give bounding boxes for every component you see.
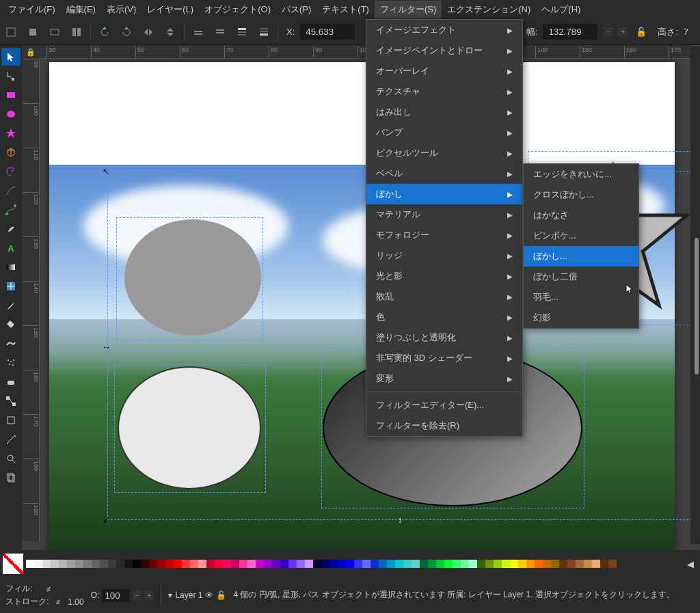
color-swatch[interactable]: [256, 560, 264, 568]
vertical-scrollbar[interactable]: [690, 46, 700, 544]
layer-indicator[interactable]: ▾ Layer 1 👁 🔓: [168, 590, 226, 600]
color-swatch[interactable]: [444, 560, 453, 568]
color-swatch[interactable]: [502, 560, 510, 568]
dropper-tool[interactable]: [1, 297, 21, 314]
color-swatch[interactable]: [420, 560, 428, 568]
color-swatch[interactable]: [231, 560, 239, 568]
color-swatch[interactable]: [280, 560, 288, 568]
resize-handle-w[interactable]: ↔: [103, 342, 111, 351]
color-swatch[interactable]: [321, 560, 329, 568]
color-swatch[interactable]: [576, 560, 584, 568]
opacity-input[interactable]: [102, 589, 129, 602]
color-swatch[interactable]: [362, 560, 371, 568]
color-swatch[interactable]: [100, 560, 108, 568]
eraser-tool[interactable]: [1, 373, 21, 391]
color-swatch[interactable]: [354, 560, 362, 568]
menu-0[interactable]: ファイル(F): [3, 1, 61, 18]
flip-h-icon[interactable]: [140, 24, 157, 40]
color-swatch[interactable]: [379, 560, 387, 568]
lower-bottom-icon[interactable]: [256, 24, 272, 40]
lock-aspect-icon[interactable]: 🔓: [633, 24, 649, 40]
raise-icon[interactable]: [190, 24, 206, 40]
spray-tool[interactable]: [1, 354, 21, 372]
color-swatch[interactable]: [165, 560, 174, 568]
palette-menu-icon[interactable]: ◀: [684, 559, 697, 569]
color-swatch[interactable]: [108, 560, 116, 568]
color-swatch[interactable]: [567, 560, 576, 568]
filter-menu-item[interactable]: イメージペイントとドロー▶: [366, 40, 522, 61]
color-swatch[interactable]: [461, 560, 469, 568]
color-swatch[interactable]: [395, 560, 403, 568]
ruler-lock-icon[interactable]: 🔒: [22, 45, 40, 59]
color-swatch[interactable]: [141, 560, 149, 568]
color-swatch[interactable]: [247, 560, 256, 568]
color-swatch[interactable]: [584, 560, 592, 568]
tool-option-icon[interactable]: [68, 24, 85, 40]
tweak-tool[interactable]: [1, 335, 21, 353]
filter-menu-item[interactable]: モフォロジー▶: [366, 225, 522, 245]
ellipse-tool[interactable]: [1, 105, 21, 123]
filter-menu-item[interactable]: イメージエフェクト▶: [366, 20, 522, 40]
color-swatch[interactable]: [535, 560, 543, 568]
filter-menu-item[interactable]: 散乱▶: [366, 286, 522, 307]
filter-menu-item[interactable]: 光と影▶: [366, 266, 522, 286]
color-swatch[interactable]: [264, 560, 272, 568]
filter-menu-item[interactable]: バンプ▶: [366, 122, 522, 143]
calligraphy-tool[interactable]: [1, 220, 21, 238]
zoom-tool[interactable]: [1, 450, 21, 467]
blur-submenu-item[interactable]: 幻影: [524, 308, 638, 328]
color-swatch[interactable]: [190, 560, 198, 568]
resize-handle-sw[interactable]: ↙: [103, 515, 111, 523]
color-swatch[interactable]: [157, 560, 165, 568]
filter-menu-item[interactable]: ピクセルツール▶: [366, 143, 522, 163]
filter-menu-item[interactable]: フィルターエディター(E)...: [366, 395, 522, 416]
ellipse-object-white[interactable]: [118, 366, 261, 489]
menu-7[interactable]: フィルター(S): [375, 1, 442, 18]
blur-submenu-item[interactable]: 羽毛...: [524, 287, 638, 308]
rect-tool[interactable]: [1, 86, 21, 104]
width-plus-button[interactable]: +: [618, 27, 628, 37]
color-swatch[interactable]: [469, 560, 477, 568]
menu-3[interactable]: レイヤー(L): [142, 1, 199, 18]
measure-tool[interactable]: [1, 431, 21, 448]
color-swatch[interactable]: [329, 560, 338, 568]
blur-submenu-item[interactable]: ぼかし...: [524, 246, 638, 267]
filter-menu-item[interactable]: マテリアル▶: [366, 204, 522, 225]
color-swatch[interactable]: [494, 560, 502, 568]
color-swatch[interactable]: [272, 560, 280, 568]
color-swatch[interactable]: [592, 560, 600, 568]
width-minus-button[interactable]: −: [603, 27, 612, 37]
color-swatch[interactable]: [428, 560, 436, 568]
color-swatch[interactable]: [182, 560, 190, 568]
stroke-value[interactable]: ≠: [51, 597, 65, 607]
opacity-minus-button[interactable]: −: [132, 590, 142, 600]
color-swatch[interactable]: [133, 560, 141, 568]
fill-value[interactable]: ≠: [35, 584, 62, 594]
color-swatch[interactable]: [288, 560, 297, 568]
color-swatch[interactable]: [223, 560, 231, 568]
menu-6[interactable]: テキスト(T): [317, 1, 375, 18]
resize-handle-nw[interactable]: ↖: [103, 167, 111, 175]
color-swatch[interactable]: [51, 560, 59, 568]
color-swatch[interactable]: [518, 560, 526, 568]
color-swatch[interactable]: [75, 560, 83, 568]
color-swatch[interactable]: [313, 560, 321, 568]
color-swatch[interactable]: [206, 560, 215, 568]
color-swatch[interactable]: [338, 560, 346, 568]
3dbox-tool[interactable]: [1, 144, 21, 161]
connector-tool[interactable]: [1, 392, 21, 410]
color-swatch[interactable]: [198, 560, 206, 568]
filter-menu-item[interactable]: フィルターを除去(R): [366, 416, 522, 436]
menu-5[interactable]: パス(P): [276, 1, 317, 18]
color-swatch[interactable]: [59, 560, 67, 568]
filter-menu-item[interactable]: テクスチャ▶: [366, 81, 522, 102]
filter-menu-item[interactable]: 塗りつぶしと透明化▶: [366, 327, 522, 348]
color-swatch[interactable]: [346, 560, 354, 568]
color-swatch[interactable]: [174, 560, 182, 568]
node-tool[interactable]: [1, 67, 21, 85]
color-swatch[interactable]: [215, 560, 223, 568]
color-swatch[interactable]: [239, 560, 247, 568]
bucket-tool[interactable]: [1, 316, 21, 333]
flip-v-icon[interactable]: [162, 24, 178, 40]
menu-4[interactable]: オブジェクト(O): [199, 1, 276, 18]
